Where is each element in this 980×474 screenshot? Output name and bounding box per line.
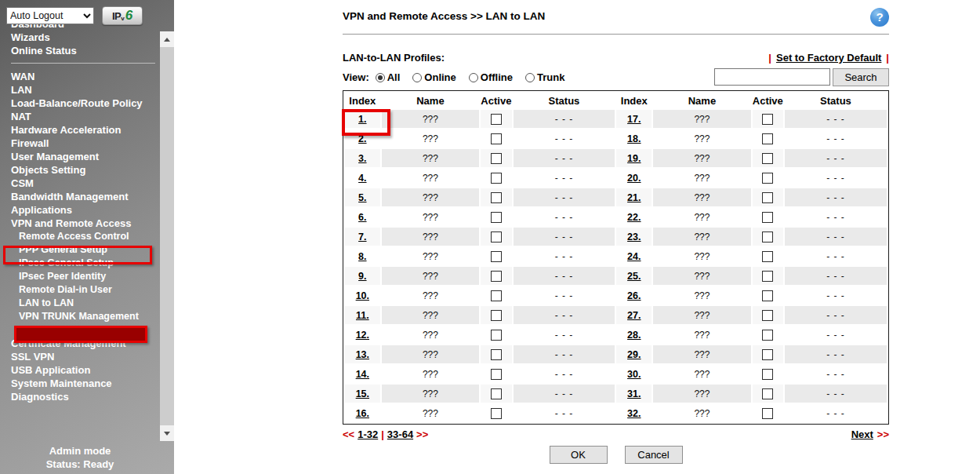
index-link[interactable]: 21. — [627, 192, 641, 203]
index-link[interactable]: 19. — [627, 153, 641, 164]
sidebar-subitem-vpn-trunk-management[interactable]: VPN TRUNK Management — [0, 310, 174, 323]
sidebar-item-user-management[interactable]: User Management — [0, 150, 174, 163]
index-link[interactable]: 7. — [358, 232, 366, 242]
search-button[interactable]: Search — [833, 68, 889, 86]
sidebar-item-lan[interactable]: LAN — [0, 83, 174, 97]
sidebar-item-ssl-vpn[interactable]: SSL VPN — [0, 350, 174, 363]
index-link[interactable]: 13. — [356, 349, 369, 360]
index-link[interactable]: 6. — [358, 212, 366, 223]
index-link[interactable]: 20. — [627, 173, 641, 184]
sidebar-item-hardware-acceleration[interactable]: Hardware Acceleration — [0, 123, 174, 137]
index-link[interactable]: 31. — [627, 388, 641, 399]
sidebar-scrollbar[interactable] — [160, 31, 174, 441]
active-checkbox[interactable] — [762, 408, 773, 419]
index-link[interactable]: 15. — [356, 388, 369, 399]
active-checkbox[interactable] — [491, 349, 502, 360]
view-radio-all[interactable]: All — [376, 71, 401, 83]
sidebar-subitem-remote-dial-in-user[interactable]: Remote Dial-in User — [0, 283, 174, 297]
active-checkbox[interactable] — [491, 388, 502, 399]
sidebar-subitem-ipsec-general-setup[interactable]: IPsec General Setup — [0, 257, 174, 270]
active-checkbox[interactable] — [762, 173, 773, 184]
view-radio-offline[interactable]: Offline — [469, 71, 513, 83]
active-checkbox[interactable] — [762, 212, 773, 223]
next-page-link[interactable]: Next — [851, 428, 873, 440]
sidebar-subitem-lan-to-lan[interactable]: LAN to LAN — [0, 297, 174, 310]
active-checkbox[interactable] — [762, 330, 773, 341]
index-link[interactable]: 32. — [627, 408, 641, 419]
index-link[interactable]: 16. — [356, 408, 369, 419]
index-link[interactable]: 26. — [627, 290, 641, 301]
sidebar-item-load-balance[interactable]: Load-Balance/Route Policy — [0, 97, 174, 110]
index-link[interactable]: 24. — [627, 251, 641, 262]
sidebar-subitem-ipsec-peer-identity[interactable]: IPsec Peer Identity — [0, 270, 174, 283]
active-checkbox[interactable] — [762, 369, 773, 380]
active-checkbox[interactable] — [762, 133, 773, 144]
index-link[interactable]: 2. — [358, 133, 366, 144]
active-checkbox[interactable] — [491, 212, 502, 223]
index-link[interactable]: 27. — [627, 310, 641, 321]
active-checkbox[interactable] — [762, 388, 773, 399]
active-checkbox[interactable] — [762, 192, 773, 203]
index-link[interactable]: 10. — [356, 290, 369, 301]
active-checkbox[interactable] — [762, 153, 773, 164]
active-checkbox[interactable] — [762, 310, 773, 321]
sidebar-subitem-ppp-general-setup[interactable]: PPP General Setup — [0, 243, 174, 257]
sidebar-item-wizards[interactable]: Wizards — [0, 31, 174, 44]
scrollbar-down-arrow-icon[interactable] — [160, 425, 174, 441]
index-link[interactable]: 22. — [627, 212, 641, 223]
view-radio-trunk[interactable]: Trunk — [525, 71, 564, 83]
sidebar-item-objects-setting[interactable]: Objects Setting — [0, 163, 174, 177]
ipv6-button[interactable]: IPv6 — [102, 6, 143, 25]
index-link[interactable]: 4. — [358, 173, 366, 184]
sidebar-item-online-status[interactable]: Online Status — [0, 44, 174, 57]
sidebar-item-wan[interactable]: WAN — [0, 70, 174, 83]
sidebar-item-system-maintenance[interactable]: System Maintenance — [0, 377, 174, 390]
set-to-factory-default-link[interactable]: Set to Factory Default — [776, 52, 881, 64]
active-checkbox[interactable] — [491, 290, 502, 301]
view-radio-online[interactable]: Online — [412, 71, 456, 83]
active-checkbox[interactable] — [491, 133, 502, 144]
index-link[interactable]: 17. — [627, 114, 641, 125]
sidebar-subitem-connection-management[interactable]: Connection Management — [0, 323, 174, 337]
sidebar-item-vpn-and-remote-access[interactable]: VPN and Remote Access — [0, 217, 174, 230]
sidebar-item-applications[interactable]: Applications — [0, 203, 174, 217]
active-checkbox[interactable] — [491, 173, 502, 184]
active-checkbox[interactable] — [491, 232, 502, 242]
active-checkbox[interactable] — [491, 408, 502, 419]
index-link[interactable]: 30. — [627, 369, 641, 380]
active-checkbox[interactable] — [762, 349, 773, 360]
active-checkbox[interactable] — [762, 251, 773, 262]
index-link[interactable]: 23. — [627, 232, 641, 242]
sidebar-item-csm[interactable]: CSM — [0, 177, 174, 190]
pager-next-arrow[interactable]: >> — [416, 428, 428, 440]
active-checkbox[interactable] — [491, 330, 502, 341]
index-link[interactable]: 14. — [356, 369, 369, 380]
active-checkbox[interactable] — [491, 251, 502, 262]
index-link[interactable]: 9. — [358, 271, 366, 282]
active-checkbox[interactable] — [491, 192, 502, 203]
pager-prev-arrow[interactable]: << — [343, 428, 354, 440]
active-checkbox[interactable] — [762, 271, 773, 282]
sidebar-subitem-remote-access-control[interactable]: Remote Access Control — [0, 230, 174, 243]
active-checkbox[interactable] — [491, 114, 502, 125]
pager-range-33-64-link[interactable]: 33-64 — [387, 428, 413, 440]
sidebar-item-bandwidth-management[interactable]: Bandwidth Management — [0, 190, 174, 203]
active-checkbox[interactable] — [762, 114, 773, 125]
next-arrow[interactable]: >> — [877, 428, 889, 440]
sidebar-item-nat[interactable]: NAT — [0, 110, 174, 123]
cancel-button[interactable]: Cancel — [625, 446, 683, 464]
search-input[interactable] — [714, 68, 830, 86]
index-link[interactable]: 1. — [358, 114, 366, 125]
sidebar-item-certificate-management[interactable]: Certificate Management — [0, 337, 174, 350]
index-link[interactable]: 12. — [356, 330, 369, 341]
active-checkbox[interactable] — [762, 232, 773, 242]
auto-logout-select[interactable]: Auto Logout — [6, 7, 94, 24]
index-link[interactable]: 28. — [627, 330, 641, 341]
active-checkbox[interactable] — [491, 271, 502, 282]
sidebar-item-usb-application[interactable]: USB Application — [0, 363, 174, 377]
help-icon[interactable]: ? — [870, 8, 889, 27]
index-link[interactable]: 11. — [356, 310, 369, 321]
active-checkbox[interactable] — [491, 310, 502, 321]
scrollbar-up-arrow-icon[interactable] — [160, 31, 174, 47]
sidebar-item-diagnostics[interactable]: Diagnostics — [0, 390, 174, 403]
